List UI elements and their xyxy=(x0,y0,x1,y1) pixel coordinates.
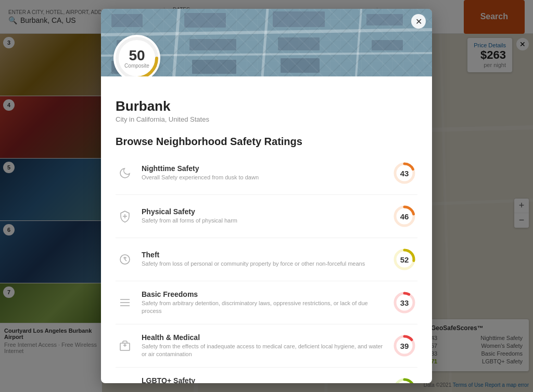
rating-score-text-0: 43 xyxy=(400,169,409,178)
rating-name-4: Health & Medical xyxy=(142,333,384,342)
rating-name-0: Nighttime Safety xyxy=(142,164,384,173)
rating-desc-0: Overall Safety experienced from dusk to … xyxy=(142,174,384,181)
rating-info-0: Nighttime Safety Overall Safety experien… xyxy=(142,164,384,181)
score-circle: 50 Composite xyxy=(113,35,160,76)
svg-line-14 xyxy=(174,9,179,76)
rating-icon-3 xyxy=(116,293,134,312)
rating-info-5: LGBTQ+ Safety Safety from all forms of m… xyxy=(142,376,384,383)
rating-desc-2: Safety from loss of personal or communit… xyxy=(142,260,384,268)
modal-overlay: 50 Composite ✕ Burbank City in Californi… xyxy=(0,0,533,392)
rating-desc-1: Safety from all forms of physical harm xyxy=(142,217,384,225)
rating-score-circle-1: 46 xyxy=(391,203,417,229)
rating-name-1: Physical Safety xyxy=(142,207,384,216)
rating-name-5: LGBTQ+ Safety xyxy=(142,376,384,383)
rating-name-3: Basic Freedoms xyxy=(142,290,384,298)
svg-line-16 xyxy=(356,9,361,76)
rating-row: Nighttime Safety Overall Safety experien… xyxy=(116,152,417,195)
rating-score-circle-0: 43 xyxy=(391,160,417,186)
safety-ratings-modal: 50 Composite ✕ Burbank City in Californi… xyxy=(101,9,432,383)
composite-score: 50 Composite xyxy=(113,35,160,76)
rating-score-circle-4: 39 xyxy=(391,333,417,359)
rating-row: Health & Medical Safety from the effects… xyxy=(116,324,417,368)
svg-line-15 xyxy=(262,9,268,76)
rating-icon-1 xyxy=(116,207,134,226)
rating-icon-4 xyxy=(116,336,134,355)
svg-rect-22 xyxy=(189,39,236,50)
rating-score-circle-5: 71 xyxy=(391,376,417,383)
modal-close-button[interactable]: ✕ xyxy=(411,14,426,29)
rating-icon-5 xyxy=(116,380,134,383)
rating-info-2: Theft Safety from loss of personal or co… xyxy=(142,251,384,268)
rating-score-circle-2: 52 xyxy=(391,246,417,272)
svg-rect-24 xyxy=(372,40,403,50)
svg-rect-23 xyxy=(278,37,320,50)
svg-rect-18 xyxy=(184,13,226,28)
rating-name-2: Theft xyxy=(142,251,384,259)
rating-row: Theft Safety from loss of personal or co… xyxy=(116,238,417,281)
rating-row: Basic Freedoms Safety from arbitrary det… xyxy=(116,281,417,324)
modal-body: Burbank City in California, United State… xyxy=(101,76,432,383)
rating-info-1: Physical Safety Safety from all forms of… xyxy=(142,207,384,225)
rating-score-circle-3: 33 xyxy=(391,290,417,316)
city-subtitle: City in California, United States xyxy=(116,115,417,123)
ratings-list: Nighttime Safety Overall Safety experien… xyxy=(116,152,417,383)
svg-rect-26 xyxy=(192,60,236,74)
rating-icon-2 xyxy=(116,250,134,269)
svg-rect-20 xyxy=(366,14,403,25)
rating-score-text-2: 52 xyxy=(400,255,409,264)
svg-rect-17 xyxy=(111,14,143,27)
rating-score-text-1: 46 xyxy=(400,212,409,221)
rating-info-4: Health & Medical Safety from the effects… xyxy=(142,333,384,359)
score-ring-svg xyxy=(113,35,160,76)
rating-desc-3: Safety from arbitrary detention, discrim… xyxy=(142,299,384,316)
svg-rect-19 xyxy=(273,11,325,27)
rating-info-3: Basic Freedoms Safety from arbitrary det… xyxy=(142,290,384,316)
rating-row: LGBTQ+ Safety Safety from all forms of m… xyxy=(116,368,417,383)
svg-rect-27 xyxy=(281,58,320,73)
rating-row: Physical Safety Safety from all forms of… xyxy=(116,195,417,238)
rating-score-text-4: 39 xyxy=(400,342,409,350)
rating-score-text-3: 33 xyxy=(400,298,409,307)
city-name: Burbank xyxy=(116,98,417,114)
modal-title: Browse Neighborhood Safety Ratings xyxy=(116,136,417,148)
svg-line-12 xyxy=(101,30,432,35)
rating-icon-0 xyxy=(116,164,134,182)
rating-desc-4: Safety from the effects of inadequate ac… xyxy=(142,343,384,359)
modal-header-image: 50 Composite ✕ xyxy=(101,9,432,76)
